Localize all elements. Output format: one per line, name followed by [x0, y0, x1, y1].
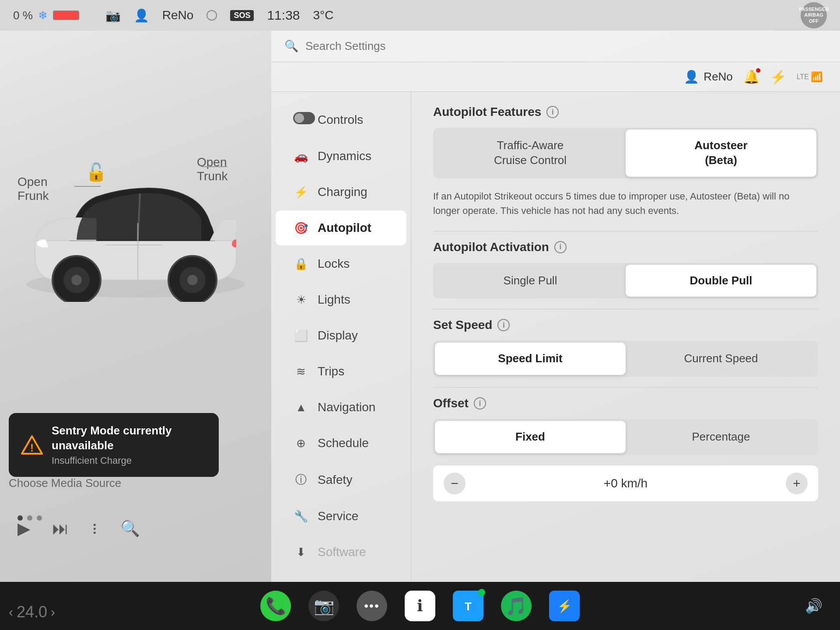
autopilot-activation-title: Autopilot Activation i [433, 240, 818, 254]
set-speed-info-icon[interactable]: i [497, 319, 510, 331]
taskbar-info-icon[interactable]: ℹ [405, 591, 435, 621]
taskbar-phone-icon[interactable]: 📞 [260, 591, 291, 621]
lights-icon: ☀ [293, 293, 309, 307]
status-bar-center: 📷 👤 ReNo SOS 11:38 3°C [105, 8, 801, 23]
sentry-title: Sentry Mode currently unavailable [52, 424, 206, 453]
offset-title: Offset i [433, 396, 818, 410]
volume-control[interactable]: 🔊 [805, 598, 822, 614]
user-avatar-icon: 👤 [684, 70, 699, 84]
software-label: Software [318, 545, 366, 559]
schedule-icon: ⊕ [293, 437, 309, 450]
single-pull-button[interactable]: Single Pull [435, 265, 626, 297]
taskbar-dots-icon[interactable]: ••• [357, 591, 387, 621]
set-speed-toggle: Speed Limit Current Speed [433, 341, 818, 377]
right-panel: 🔍 👤 ReNo 🔔 ⚡ LTE 📶 [271, 31, 840, 582]
activation-info-icon[interactable]: i [554, 241, 567, 253]
media-source-label[interactable]: Choose Media Source [9, 476, 121, 490]
time-display: 11:38 [267, 8, 300, 23]
sos-badge[interactable]: SOS [230, 10, 254, 21]
sidebar-item-lights[interactable]: ☀ Lights [276, 282, 406, 317]
speed-limit-button[interactable]: Speed Limit [435, 343, 626, 375]
sidebar-item-trips[interactable]: ≋ Trips [276, 354, 406, 389]
page-prev-arrow[interactable]: ‹ [9, 605, 13, 620]
locks-label: Locks [318, 257, 350, 271]
locks-icon: 🔒 [293, 257, 309, 271]
percentage-button[interactable]: Percentage [626, 421, 816, 453]
page-next-arrow[interactable]: › [51, 605, 55, 620]
navigation-label: Navigation [318, 400, 375, 414]
tesla-t-logo: T [459, 597, 477, 615]
fixed-button[interactable]: Fixed [435, 421, 626, 453]
settings-content: Controls 🚗 Dynamics ⚡ Charging 🎯 Autopil… [271, 92, 840, 582]
offset-value-display: +0 km/h [474, 476, 777, 490]
search-media-button[interactable]: 🔍 [120, 519, 140, 538]
snowflake-icon: ❄ [38, 9, 48, 22]
sentry-notification: ! Sentry Mode currently unavailable Insu… [9, 413, 219, 477]
double-pull-button[interactable]: Double Pull [626, 265, 816, 297]
svg-point-7 [187, 275, 198, 285]
trips-label: Trips [318, 364, 344, 378]
notification-wrapper[interactable]: 🔔 [743, 69, 760, 84]
main-area: Open Frunk Open Trunk 🔓 [0, 31, 840, 582]
settings-header: 👤 ReNo 🔔 ⚡ LTE 📶 [271, 62, 840, 92]
service-label: Service [318, 509, 358, 523]
autopilot-mode-toggle: Traffic-Aware Cruise Control Autosteer (… [433, 128, 818, 178]
battery-percent: 0 % [13, 9, 33, 22]
sidebar-item-safety[interactable]: ⓘ Safety [276, 462, 406, 498]
controls-icon [293, 112, 309, 127]
sidebar-item-service[interactable]: 🔧 Service [276, 499, 406, 534]
sidebar-item-dynamics[interactable]: 🚗 Dynamics [276, 139, 406, 174]
offset-toggle: Fixed Percentage [433, 419, 818, 455]
search-input[interactable] [305, 39, 827, 53]
media-controls: ▶ ⏭ ⫶ 🔍 [18, 519, 140, 538]
trunk-line [201, 166, 228, 167]
service-icon: 🔧 [293, 510, 309, 523]
current-speed-button[interactable]: Current Speed [626, 343, 816, 375]
taskbar-spotify-icon[interactable]: 🎵 [501, 591, 532, 621]
play-button[interactable]: ▶ [18, 519, 30, 538]
dot-2 [27, 515, 32, 521]
navigation-icon: ▲ [293, 401, 309, 414]
next-button[interactable]: ⏭ [52, 519, 69, 538]
sentry-text-container: Sentry Mode currently unavailable Insuff… [52, 424, 206, 466]
profile-name[interactable]: ReNo [162, 8, 194, 22]
battery-bar [53, 10, 79, 20]
autopilot-features-title: Autopilot Features i [433, 105, 818, 119]
autopilot-features-info-icon[interactable]: i [546, 106, 559, 118]
offset-plus-button[interactable]: + [786, 472, 808, 494]
taskbar-bluetooth-icon[interactable]: ⚡ [549, 591, 580, 621]
divider-1 [433, 231, 818, 231]
offset-info-icon[interactable]: i [474, 397, 486, 410]
signal-info: LTE 📶 [797, 71, 822, 83]
taskbar-tesla-icon[interactable]: T [453, 591, 483, 621]
settings-nav: Controls 🚗 Dynamics ⚡ Charging 🎯 Autopil… [271, 92, 411, 582]
sidebar-item-charging[interactable]: ⚡ Charging [276, 175, 406, 210]
camera-icon: 📷 [314, 596, 334, 616]
sidebar-item-navigation[interactable]: ▲ Navigation [276, 390, 406, 425]
svg-text:!: ! [30, 442, 34, 454]
autopilot-activation-toggle: Single Pull Double Pull [433, 263, 818, 299]
tesla-badge [478, 589, 485, 596]
software-icon: ⬇ [293, 546, 309, 559]
sidebar-item-schedule[interactable]: ⊕ Schedule [276, 426, 406, 461]
sidebar-item-controls[interactable]: Controls [276, 102, 406, 138]
autosteer-button[interactable]: Autosteer (Beta) [626, 130, 816, 177]
autopilot-description: If an Autopilot Strikeout occurs 5 times… [433, 189, 818, 218]
charging-icon: ⚡ [293, 186, 309, 199]
offset-minus-button[interactable]: − [444, 472, 466, 494]
cruise-control-button[interactable]: Traffic-Aware Cruise Control [435, 130, 626, 177]
sidebar-item-software[interactable]: ⬇ Software [276, 535, 406, 570]
dot-3 [37, 515, 42, 521]
safety-icon: ⓘ [293, 472, 309, 487]
spotify-icon: 🎵 [505, 596, 527, 616]
schedule-label: Schedule [318, 436, 369, 450]
svg-text:T: T [465, 600, 472, 613]
sentry-subtitle: Insufficient Charge [52, 455, 206, 466]
lte-label: LTE [797, 73, 809, 81]
sidebar-item-display[interactable]: ⬜ Display [276, 318, 406, 353]
passenger-airbag-indicator: PASSENGERAIRBAGOFF [801, 2, 827, 28]
sidebar-item-autopilot[interactable]: 🎯 Autopilot [276, 210, 406, 245]
equalizer-button[interactable]: ⫶ [91, 519, 98, 538]
taskbar-camera-icon[interactable]: 📷 [308, 591, 339, 621]
sidebar-item-locks[interactable]: 🔒 Locks [276, 246, 406, 281]
